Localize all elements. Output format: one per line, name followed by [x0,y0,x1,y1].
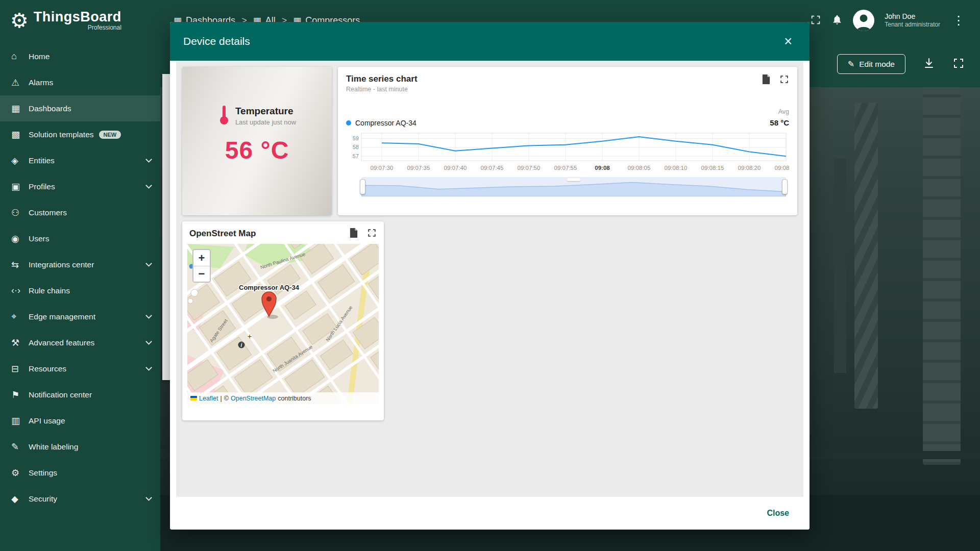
document-icon [762,74,771,86]
customers-icon: ⚇ [11,207,29,218]
sidebar-item-label: Entities [29,156,55,165]
info-icon: i [238,342,245,348]
entities-icon: ◈ [11,155,29,166]
dashboard-fullscreen-button[interactable] [952,57,965,71]
sidebar-item-alarms[interactable]: ⚠ Alarms [0,69,160,95]
map-zoom-control: + − [192,249,211,283]
avatar[interactable] [853,10,874,31]
sidebar-item-white-labeling[interactable]: ✎ White labeling [0,434,160,460]
timeseries-subtitle: Realtime - last minute [346,86,418,93]
thingsboard-logo[interactable]: ⚙ ThingsBoard Professional [0,0,160,36]
sidebar-item-label: Integrations center [29,260,94,269]
sidebar-item-label: White labeling [29,442,78,452]
dashboard-widget-edge [162,74,170,380]
sidebar-item-rule-chains[interactable]: ‹·› Rule chains [0,278,160,304]
device-details-modal: Device details × Temperature Last update… [170,22,810,530]
sidebar-item-home[interactable]: ⌂ Home [0,43,160,69]
aggregation-value: 58 °C [770,118,789,127]
notifications-button[interactable] [831,14,843,27]
thermometer-icon [218,104,230,128]
svg-text:09:07:40: 09:07:40 [444,165,467,171]
sidebar-item-customers[interactable]: ⚇ Customers [0,199,160,226]
scrubber-handle-right[interactable] [782,179,788,194]
scrubber-grip[interactable] [567,178,580,181]
zoom-out-button[interactable]: − [193,266,210,282]
photo-chimney [834,159,846,373]
sidebar-item-edge-management[interactable]: ⌖ Edge management [0,304,160,330]
timeseries-card: Time series chart Realtime - last minute [338,67,797,215]
modal-header: Device details × [170,22,810,61]
rule-chains-icon: ‹·› [11,285,29,296]
attribution-separator: | [220,395,222,402]
advanced-features-icon: ⚒ [11,337,29,348]
app-subtitle: Professional [88,24,121,31]
download-button[interactable] [923,57,935,71]
more-menu-icon[interactable]: ⋮ [950,13,967,28]
sidebar-item-dashboards[interactable]: ▦ Dashboards [0,95,160,121]
export-widget-button[interactable] [349,228,359,240]
expand-widget-button[interactable] [779,74,789,86]
svg-text:i: i [241,342,242,348]
svg-text:09:07:35: 09:07:35 [407,165,430,171]
security-icon: ◆ [11,493,29,505]
sidebar-item-solution-templates[interactable]: ▩ Solution templates NEW [0,121,160,147]
sidebar-item-users[interactable]: ◉ Users [0,226,160,252]
legend-item[interactable]: Compressor AQ-34 [346,119,416,127]
scrubber-handle-left[interactable] [360,179,365,194]
svg-text:09:08:10: 09:08:10 [665,165,688,171]
map-viewport[interactable]: + i North Paulina Avenue Agate Street No… [187,244,379,404]
photo-chimney [854,103,878,409]
edit-mode-button[interactable]: ✎ Edit mode [837,54,905,74]
map-title: OpenStreet Map [189,229,256,239]
close-icon[interactable]: × [780,33,796,51]
svg-text:58: 58 [353,144,359,150]
openstreetmap-link[interactable]: OpenStreetMap [231,395,276,402]
aggregation-label: Avg [778,108,789,115]
sidebar-item-integrations-center[interactable]: ⇆ Integrations center [0,252,160,278]
download-icon [923,57,935,71]
svg-text:09:07:55: 09:07:55 [554,165,577,171]
temperature-title: Temperature [235,106,296,117]
sidebar-item-advanced-features[interactable]: ⚒ Advanced features [0,330,160,356]
series-name: Compressor AQ-34 [355,119,416,127]
sidebar-item-api-usage[interactable]: ▥ API usage [0,408,160,434]
leaflet-link[interactable]: Leaflet [199,395,218,402]
sidebar-item-profiles[interactable]: ▣ Profiles [0,173,160,199]
sidebar-item-label: Customers [29,208,67,217]
sidebar-item-label: Security [29,494,57,504]
user-name: John Doe [885,12,940,21]
zoom-in-button[interactable]: + [193,250,210,266]
timeseries-chart: 57585909:07:3009:07:3509:07:4009:07:4509… [346,131,789,175]
map-poi-dot [188,298,193,304]
sidebar-item-security[interactable]: ◆ Security [0,486,160,512]
svg-text:09:07:50: 09:07:50 [518,165,541,171]
export-widget-button[interactable] [762,74,771,86]
fullscreen-button[interactable] [810,14,821,27]
dashboards-icon: ▦ [11,103,29,114]
app-root: ⚙ ThingsBoard Professional ⌂ Home ⚠ Alar… [0,0,980,551]
sidebar-item-label: Home [29,52,50,61]
sidebar-nav: ⌂ Home ⚠ Alarms ▦ Dashboards ▩ Solution … [0,43,160,512]
fullscreen-icon [810,14,821,27]
chevron-down-icon [145,260,152,267]
thingsboard-logo-icon: ⚙ [10,10,29,31]
sidebar-item-entities[interactable]: ◈ Entities [0,147,160,173]
user-role: Tenant administrator [885,21,940,29]
solution-templates-icon: ▩ [11,129,29,140]
svg-text:09:08:20: 09:08:20 [738,165,761,171]
sidebar-item-settings[interactable]: ⚙ Settings [0,460,160,486]
user-info[interactable]: John Doe Tenant administrator [885,12,940,29]
time-window-scrubber[interactable] [361,177,786,196]
chevron-down-icon [145,494,152,501]
app-name: ThingsBoard [34,9,121,25]
sidebar-item-notification-center[interactable]: ⚑ Notification center [0,382,160,408]
close-button[interactable]: Close [760,505,796,522]
chevron-down-icon [145,182,152,189]
home-icon: ⌂ [11,51,29,62]
sidebar-item-resources[interactable]: ⊟ Resources [0,356,160,382]
alarms-icon: ⚠ [11,77,29,88]
white-labeling-icon: ✎ [11,441,29,453]
expand-widget-button[interactable] [367,228,377,240]
modal-footer: Close [170,497,810,530]
svg-text:09:08:05: 09:08:05 [628,165,651,171]
